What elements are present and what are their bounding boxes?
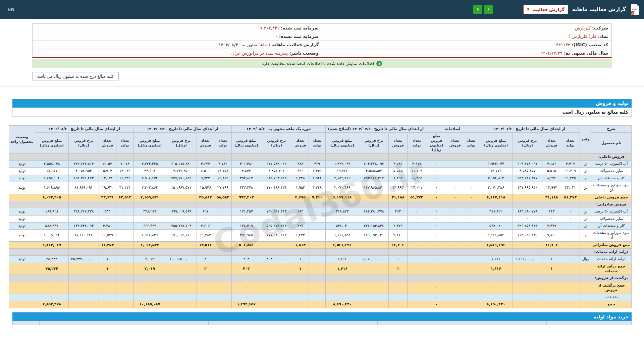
value-cell: ۰ — [426, 215, 447, 222]
value-cell: ۱۶,۴۵۴ — [99, 241, 116, 248]
table-row: تخفیفات۰۰۰۰۰۰ — [9, 294, 631, 301]
value-cell — [214, 263, 231, 275]
unit-cell — [580, 294, 591, 301]
value-cell: ۱۰,۱۸۵,۰۸۷ — [133, 301, 166, 308]
value-cell: ۰ — [426, 294, 447, 301]
value-cell: ۶۳,۵۱۳ — [116, 194, 133, 201]
value-cell: ۱,۰۰۵,۱۶۴ — [35, 230, 68, 242]
value-cell: ۰ — [513, 215, 542, 222]
value-cell: ۶,۰۴۳,۲۰۵ — [35, 194, 68, 201]
value-cell: ۲ — [197, 263, 214, 275]
value-cell: ۸,۴۹۴ — [542, 175, 561, 182]
value-cell: ۲۲۷ — [292, 222, 309, 229]
report-document-icon — [630, 4, 639, 15]
product-status-cell: تولید — [9, 175, 35, 182]
value-cell: ۱,۶۱۶,۰۰۰,۰۰۰ — [513, 256, 542, 263]
production-sales-table: شرحواحداز ابتدای سال مالی تا تاریخ ۱۴۰۴/… — [9, 125, 632, 308]
section-header-bar: تولید و فروش — [12, 99, 632, 108]
value-cell: ۱۵۴,۳۲۱,۴۲۳ — [68, 175, 99, 182]
value-cell: ۰ — [116, 241, 133, 248]
info-cell: نماد: کلر( کلرپارس ) — [322, 33, 611, 40]
language-toggle[interactable]: EN — [8, 7, 14, 12]
value-cell: ۰ — [447, 168, 463, 175]
value-cell: ۹,۸۶۰ — [542, 230, 561, 242]
value-cell: ۹,۷۳۲ — [197, 175, 214, 182]
value-cell: ۰ — [407, 208, 426, 215]
column-header: تعداد فروش — [197, 133, 214, 154]
table-row: آب اکسیژنه ۵۰ درصدتن۴,۳۱۷۳,۱۸۶۶۰۳,۲۷۸,۰۹… — [9, 161, 631, 168]
column-header: تعداد فروش — [388, 133, 407, 154]
value-cell: ۴,۳۸۱ — [99, 222, 116, 229]
value-cell — [388, 282, 407, 294]
product-status-cell: تولید — [9, 161, 35, 168]
unit-cell: تن — [580, 222, 591, 229]
value-cell: ۶۰۳,۲۷۸,۰۹۲ — [359, 161, 388, 168]
next-report-button[interactable]: › — [484, 5, 493, 14]
value-cell: ۰ — [426, 208, 447, 215]
unit-cell — [580, 263, 591, 275]
value-cell: ۲۲۶,۱۵۳,۸۴۶ — [359, 222, 388, 229]
value-cell — [359, 241, 388, 248]
product-name-cell: تخفیفات — [591, 294, 632, 301]
product-name-cell: جمع برگشت از فروش — [591, 282, 632, 294]
value-cell: ۱۱,۲۸۳ — [197, 230, 214, 242]
column-group-header: از ابتدای سال مالی تا تاریخ ۱۴۰۳/۰۸/۳۰ — [35, 126, 133, 133]
report-pager: › ‹ — [473, 5, 493, 14]
value-cell: ۰ — [309, 215, 325, 222]
value-cell: ۲,۲۲۳,۴۲۵ — [133, 161, 166, 168]
value-cell: ۱۶۹,۹۲۸ — [35, 208, 68, 215]
value-cell — [426, 263, 447, 275]
value-cell: ۰ — [463, 256, 479, 263]
value-cell — [359, 282, 388, 294]
value-cell: ۰ — [426, 168, 447, 175]
value-cell — [197, 294, 214, 301]
column-header: نرخ فروش (ریال) — [359, 133, 388, 154]
signed-info-text: اطلاعات نمایش داده شده با اطلاعات امضا ش… — [262, 61, 374, 66]
value-cell: ۳,۱۸۶ — [388, 161, 407, 168]
value-cell: ۳,۵۸۵,۸۵۷ — [359, 168, 388, 175]
column-group-header: اصلاحات — [426, 126, 479, 133]
value-cell: ۰ — [116, 230, 133, 242]
value-cell — [261, 301, 292, 308]
value-cell: ۳,۰۲۳,۵۴۷ — [133, 241, 166, 248]
value-cell — [68, 194, 99, 201]
value-cell — [407, 282, 426, 294]
value-cell: ۱۴۷,۹۶۵,۸۴۰ — [359, 182, 388, 194]
value-cell: ۸,۴۹۴ — [388, 175, 407, 182]
value-cell: ۰ — [463, 168, 479, 175]
value-cell: ۰ — [292, 215, 309, 222]
value-cell: ۰ — [35, 215, 68, 222]
value-cell: ۱,۹۲۲,۰۴۴ — [325, 161, 359, 168]
page-title: گزارش فعالیت ماهانه — [572, 6, 626, 12]
value-cell: ۱۹,۷۷۶ — [479, 168, 513, 175]
production-sales-section: تولید و فروش کلیه مبالغ به میلیون ریال ا… — [12, 99, 632, 117]
value-cell: ۱,۶۰۹,۸۹۶ — [35, 182, 68, 194]
previous-report-button[interactable]: ‹ — [473, 5, 482, 14]
table-row: کلر و مشتقات آنتن۱۱,۳۲۵۸,۴۹۴۲۵۳,۶۸۶,۳۶۷۲… — [9, 175, 631, 182]
value-cell: ۱ — [388, 263, 407, 275]
value-cell: ۱۴۷,۹۶۵,۸۴۰ — [513, 182, 542, 194]
value-cell: ۱ — [292, 256, 309, 263]
value-cell: ۱,۶۱۶ — [325, 256, 359, 263]
value-cell: ۰ — [261, 215, 292, 222]
report-type-dropdown[interactable]: گزارش فعالیت ▼ — [523, 5, 568, 14]
section-row: فروش صادراتی: — [9, 201, 631, 208]
value-cell: ۰ — [426, 222, 447, 229]
value-cell — [513, 241, 542, 248]
value-cell: ۲ — [197, 256, 214, 263]
value-cell: ۴۳۸,۲۷۹ — [133, 208, 166, 215]
value-cell: ۴,۸۵۱,۴۰۶ — [261, 168, 292, 175]
value-cell: ۱,۴۹۴,۶۵۷ — [231, 301, 261, 308]
value-cell: ۳۵۳,۸۱۲ — [231, 175, 261, 182]
value-cell: ۸,۶۹۰,۴۳۰ — [325, 301, 359, 308]
table-row: درآمد ارائه خدماتریال۰۱۱,۶۱۶,۰۰۰,۰۰۰۱,۶۱… — [9, 256, 631, 263]
info-cell: سال مالی منتهی به: ۱۴۰۴/۱۲/۲۹ — [322, 50, 611, 56]
value-cell: ۴۰۳,۰۰۰,۰۰۰ — [261, 256, 292, 263]
product-status-cell — [9, 282, 35, 294]
value-cell — [166, 282, 197, 294]
value-cell: ۰ — [309, 222, 325, 229]
info-cell: شرکت: کلرپارس — [322, 25, 611, 31]
section-label: فروش صادراتی: — [591, 201, 632, 208]
value-cell — [447, 263, 463, 275]
table-row: جمع برگشت از فروش۰۰۰۰۰۰ — [9, 282, 631, 294]
